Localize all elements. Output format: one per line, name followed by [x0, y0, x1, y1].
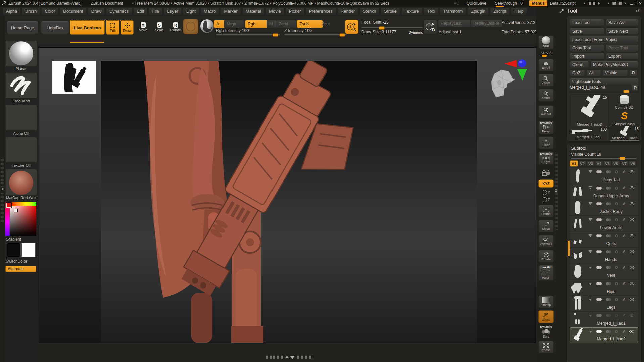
active-tool-handle[interactable]	[623, 90, 629, 93]
menu-edit[interactable]: Edit	[133, 8, 147, 15]
save-button[interactable]: Save	[569, 28, 604, 35]
intersect-icon[interactable]	[615, 298, 618, 301]
live-boolean-button[interactable]: Live Boolean	[70, 20, 105, 35]
rotate-button[interactable]: R Rotate	[168, 20, 183, 34]
divider-hatch-left[interactable]	[266, 356, 284, 359]
replay-last-rel-button[interactable]: ReplayLastRel	[470, 19, 503, 27]
sv-cursor[interactable]	[14, 209, 18, 212]
menu-texture[interactable]: Texture	[401, 8, 423, 15]
union-icon[interactable]	[596, 298, 599, 301]
local-symmetry-button[interactable]: Dynamic L.Sym	[538, 151, 554, 165]
tab-v7[interactable]: V7	[620, 160, 628, 167]
polypaint-icon[interactable]: ✎	[622, 218, 626, 221]
draw-button[interactable]: Draw	[121, 20, 134, 35]
subtool-item-donna-upper-arms[interactable]: ✎ Donna Upper Arms	[570, 184, 638, 200]
intersect-icon[interactable]	[615, 218, 618, 221]
flatten-icon[interactable]	[589, 234, 592, 238]
copy-tool-button[interactable]: Copy Tool	[569, 44, 604, 51]
tray-arrow-left-icon[interactable]	[0, 188, 3, 190]
visibility-eye-icon[interactable]	[630, 282, 635, 285]
hue-strip-top[interactable]	[9, 202, 36, 206]
tool-thumb-main[interactable]: 15 Merged_l_jiao2	[570, 94, 608, 127]
save-next-button[interactable]: Save Next	[606, 28, 639, 35]
polypaint-icon[interactable]: ✎	[622, 202, 626, 206]
zadd-toggle[interactable]: Zadd	[276, 20, 299, 28]
layout-a-icon[interactable]	[612, 2, 616, 5]
intersect-icon[interactable]	[615, 170, 618, 173]
switch-color-label[interactable]: SwitchColor	[6, 259, 27, 264]
menu-color[interactable]: Color	[41, 8, 58, 15]
flatten-icon[interactable]	[589, 170, 592, 174]
layout-b-icon[interactable]	[618, 2, 622, 5]
subtool-item-legs[interactable]: ✎ Legs	[570, 296, 638, 311]
tab-v1[interactable]: V1	[570, 160, 578, 167]
goz-all-button[interactable]: All	[586, 69, 601, 76]
intersect-icon[interactable]	[615, 330, 618, 333]
menu-document[interactable]: Document	[60, 8, 86, 15]
visibility-eye-icon[interactable]	[630, 186, 635, 190]
subtract-icon[interactable]	[606, 282, 609, 285]
canvas-thumbnail[interactable]	[52, 61, 96, 94]
active-tool-r-button[interactable]: R	[631, 85, 639, 91]
menu-tool[interactable]: Tool	[424, 8, 439, 15]
zoom-button[interactable]: Zoom	[538, 74, 554, 87]
bottom-tray-divider[interactable]	[266, 356, 313, 359]
reset-palette-icon[interactable]: ↺	[636, 8, 640, 14]
menu-alpha[interactable]: Alpha	[3, 8, 20, 15]
prev-layout-icon[interactable]	[606, 2, 609, 5]
menu-light[interactable]: Light	[183, 8, 199, 15]
current-brush-selector[interactable]: Planar	[5, 40, 37, 72]
current-stroke-selector[interactable]: FreeHand	[5, 72, 37, 104]
hue-cursor[interactable]	[6, 202, 12, 208]
tool-thumb-jiao3[interactable]: 103 Merged_l_jiao3	[570, 127, 608, 139]
menu-movie[interactable]: Movie	[266, 8, 284, 15]
union-icon[interactable]	[596, 282, 599, 285]
collapse-right-tray-icon[interactable]	[598, 2, 601, 5]
subtool-item-hands[interactable]: ✎ Hands	[570, 248, 638, 263]
flatten-icon[interactable]	[589, 202, 592, 206]
subtract-icon[interactable]	[606, 266, 609, 269]
bpr-button[interactable]: BPR	[538, 35, 554, 49]
flatten-icon[interactable]	[589, 282, 592, 286]
spix-slider[interactable]: SPix 3	[538, 51, 554, 56]
current-brush-thumbnail[interactable]	[183, 19, 198, 34]
restore-button[interactable]	[634, 2, 637, 5]
subtract-icon[interactable]	[606, 314, 609, 317]
move-button[interactable]: M Move	[136, 20, 150, 34]
document-canvas[interactable]	[39, 47, 536, 343]
menu-stroke[interactable]: Stroke	[381, 8, 400, 15]
menu-brush[interactable]: Brush	[22, 8, 40, 15]
menu-help[interactable]: Help	[511, 8, 527, 15]
subtract-icon[interactable]	[606, 218, 609, 221]
union-icon[interactable]	[596, 330, 599, 333]
secondary-color-swatch[interactable]	[21, 243, 36, 257]
subtool-item-lower-arms[interactable]: ✎ Lower Arms	[570, 216, 638, 231]
subtool-item-pony-tail[interactable]: ✎ Pony Tail	[570, 168, 638, 184]
polyframe-button[interactable]: Line Fill PolyF	[538, 265, 554, 281]
flatten-icon[interactable]	[589, 298, 592, 301]
saturation-value-square[interactable]	[10, 206, 36, 236]
edit-button[interactable]: Edit	[106, 20, 119, 35]
transparency-button[interactable]: Transp	[538, 295, 554, 308]
default-zscript-button[interactable]: DefaultZScript	[550, 1, 576, 6]
zoom3d-button[interactable]: Zoom3D	[538, 235, 554, 248]
subtract-icon[interactable]	[606, 298, 609, 301]
visible-count-slider[interactable]	[571, 158, 637, 159]
polypaint-icon[interactable]: ✎	[622, 266, 626, 269]
menu-macro[interactable]: Macro	[200, 8, 219, 15]
scale-button[interactable]: S Scale	[153, 20, 166, 34]
right-tray-divider[interactable]	[555, 153, 558, 230]
lock-camera-button[interactable]	[538, 169, 554, 177]
frame-button[interactable]: Frame	[538, 205, 554, 217]
menu-draw[interactable]: Draw	[88, 8, 105, 15]
visibility-eye-icon[interactable]	[630, 170, 635, 174]
menus-button[interactable]: Menus	[529, 0, 547, 6]
flatten-icon[interactable]	[589, 314, 592, 317]
union-icon[interactable]	[596, 234, 599, 237]
current-material-selector[interactable]: MatCap Red Wax	[5, 169, 37, 201]
color-picker[interactable]	[5, 202, 36, 236]
union-icon[interactable]	[596, 266, 599, 269]
tool-palette-header[interactable]: Tool ↺	[559, 7, 641, 15]
intersect-icon[interactable]	[615, 250, 618, 253]
rotate-on-y-button[interactable]: Y	[538, 190, 554, 195]
